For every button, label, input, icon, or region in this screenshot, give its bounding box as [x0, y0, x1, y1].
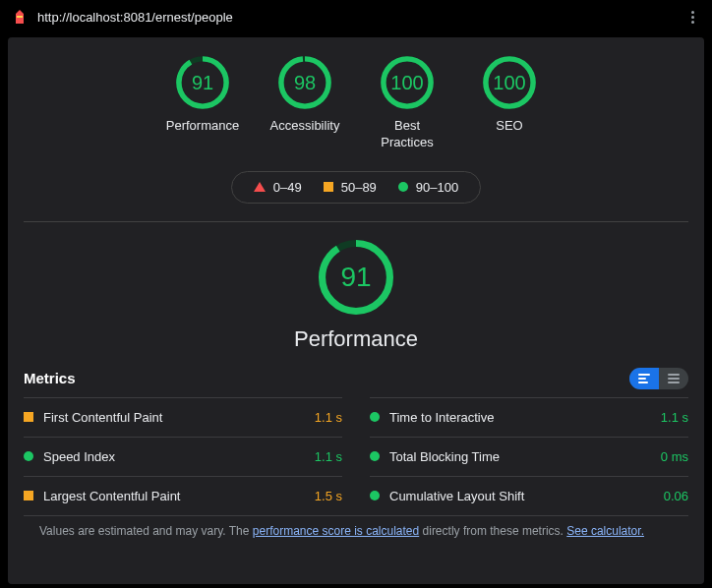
gauge-label: Performance [166, 118, 239, 149]
metric-value: 0.06 [664, 489, 688, 503]
toggle-collapsed-button[interactable] [659, 368, 688, 389]
gauge-accessibility[interactable]: 98 Accessibility [266, 55, 344, 151]
metric-row: Largest Contentful Paint 1.5 s [24, 476, 342, 515]
toggle-expanded-button[interactable] [629, 368, 659, 389]
calc-link[interactable]: performance score is calculated [253, 524, 419, 538]
page-url: http://localhost:8081/ernest/people [37, 10, 675, 25]
gauge-best-practices[interactable]: 100 Best Practices [368, 55, 446, 151]
metric-value: 1.1 s [315, 410, 342, 425]
svg-rect-1 [17, 16, 23, 18]
square-icon [24, 491, 33, 500]
triangle-icon [254, 182, 266, 192]
metric-value: 0 ms [661, 449, 688, 464]
circle-icon [24, 451, 33, 461]
lighthouse-report-window: http://localhost:8081/ernest/people 91 P… [0, 0, 712, 588]
metric-value: 1.5 s [315, 489, 342, 503]
metric-name: Speed Index [43, 449, 115, 464]
metric-row: Total Blocking Time 0 ms [370, 437, 688, 476]
legend-avg-label: 50–89 [341, 180, 377, 195]
more-options-button[interactable] [684, 9, 700, 25]
see-calc-link[interactable]: See calculator. [566, 524, 644, 538]
metrics-grid: First Contentful Paint 1.1 s Speed Index… [8, 397, 704, 515]
bars-center-icon [668, 374, 680, 383]
metric-name: Time to Interactive [389, 410, 494, 425]
gauge-label: Accessibility [270, 118, 340, 149]
legend-fail-label: 0–49 [273, 180, 302, 195]
metric-row: Speed Index 1.1 s [24, 437, 342, 476]
circle-icon [370, 491, 380, 500]
legend-pass-label: 90–100 [416, 180, 458, 195]
footnote-text: directly from these metrics. [419, 524, 566, 538]
score-legend: 0–49 50–89 90–100 [231, 171, 481, 204]
gauge-performance[interactable]: 91 Performance [163, 55, 242, 151]
metrics-title: Metrics [24, 370, 76, 386]
gauge-label: Best Practices [368, 118, 446, 151]
metric-name: First Contentful Paint [43, 410, 162, 425]
footnote: Values are estimated and may vary. The p… [24, 515, 688, 538]
gauge-score: 100 [482, 55, 537, 110]
detail-label: Performance [294, 326, 418, 352]
legend-pass: 90–100 [398, 180, 458, 195]
legend-avg: 50–89 [324, 180, 377, 195]
metric-row: First Contentful Paint 1.1 s [24, 397, 342, 437]
metrics-view-toggle [629, 368, 688, 389]
metric-name: Total Blocking Time [389, 449, 500, 464]
gauge-score: 100 [380, 55, 435, 110]
gauge-label: SEO [496, 118, 522, 149]
legend-fail: 0–49 [254, 180, 302, 195]
detail-score: 91 [317, 238, 395, 317]
address-bar: http://localhost:8081/ernest/people [0, 0, 712, 33]
report-body: 91 Performance 98 Accessibility [8, 37, 704, 584]
bars-left-icon [638, 374, 650, 383]
circle-icon [398, 182, 408, 192]
square-icon [24, 412, 33, 422]
metric-name: Cumulative Layout Shift [389, 489, 524, 503]
metrics-header: Metrics [8, 362, 704, 397]
circle-icon [370, 412, 380, 422]
gauge-score: 91 [175, 55, 230, 110]
metric-value: 1.1 s [661, 410, 688, 425]
metric-row: Time to Interactive 1.1 s [370, 397, 688, 437]
lighthouse-icon [12, 9, 28, 25]
metric-name: Largest Contentful Paint [43, 489, 180, 503]
category-gauges: 91 Performance 98 Accessibility [8, 37, 704, 157]
metric-value: 1.1 s [315, 449, 342, 464]
metric-row: Cumulative Layout Shift 0.06 [370, 476, 688, 515]
category-detail-gauge: 91 Performance [8, 222, 704, 362]
square-icon [324, 182, 333, 192]
circle-icon [370, 451, 380, 461]
gauge-score: 98 [277, 55, 332, 110]
gauge-seo[interactable]: 100 SEO [470, 55, 549, 151]
footnote-text: Values are estimated and may vary. The [39, 524, 253, 538]
